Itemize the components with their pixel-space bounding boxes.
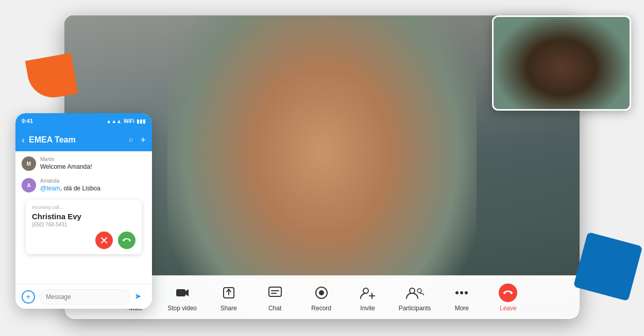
mobile-chat-panel: 9:41 ▲▲▲ WiFi ▮▮▮ ‹ EMEA Team ⌕ + M Mart… — [15, 113, 152, 309]
wifi-icon: WiFi — [124, 118, 134, 124]
pip-video-container — [492, 15, 631, 111]
header-action-icons: ⌕ + — [129, 135, 146, 146]
svg-point-19 — [504, 292, 506, 294]
sender-name-martin: Martin — [40, 156, 92, 162]
caller-number: (650) 768-5431 — [32, 222, 135, 227]
leave-button[interactable]: Leave — [493, 284, 523, 312]
incoming-call-label: Incoming call... — [32, 205, 135, 210]
blue-decoration — [573, 232, 643, 302]
record-label: Record — [311, 305, 331, 312]
message-text-amanda: @team, olá de Lisboa — [40, 185, 100, 192]
share-button[interactable]: Share — [213, 284, 244, 312]
status-time: 9:41 — [22, 118, 33, 124]
status-icons: ▲▲▲ WiFi ▮▮▮ — [106, 118, 146, 124]
send-message-button[interactable]: ➤ — [134, 291, 146, 303]
participants-label: Participants — [399, 305, 431, 312]
record-button[interactable]: Record — [306, 284, 337, 312]
search-icon[interactable]: ⌕ — [129, 135, 133, 146]
share-icon — [219, 284, 238, 302]
chat-label: Chat — [268, 305, 281, 312]
message-input[interactable] — [39, 289, 130, 305]
add-icon[interactable]: + — [140, 135, 146, 146]
stop-video-button[interactable]: Stop video — [167, 284, 198, 312]
svg-point-14 — [410, 288, 415, 293]
add-attachment-button[interactable]: + — [22, 290, 35, 304]
svg-rect-6 — [269, 287, 281, 296]
invite-button[interactable]: Invite — [352, 284, 383, 312]
svg-point-20 — [511, 292, 513, 294]
pip-person-figure — [494, 17, 630, 109]
svg-point-15 — [417, 289, 421, 293]
accept-call-button[interactable] — [118, 232, 135, 249]
svg-point-11 — [363, 288, 368, 293]
camera-icon — [173, 284, 192, 302]
main-participant-figure — [167, 15, 477, 319]
participants-icon — [405, 284, 424, 302]
message-input-area: + ➤ — [15, 284, 152, 309]
call-action-buttons — [32, 232, 135, 249]
sender-name-amanda: Amanda — [40, 178, 100, 184]
svg-point-24 — [129, 240, 130, 241]
decline-call-button[interactable] — [95, 232, 113, 249]
avatar-amanda: A — [22, 178, 36, 192]
message-text-martin: Welcome Amanda! — [40, 163, 92, 170]
chat-icon — [266, 284, 284, 302]
caller-name: Christina Evy — [32, 212, 135, 221]
incoming-call-card: Incoming call... Christina Evy (650) 768… — [26, 200, 142, 254]
mobile-status-bar: 9:41 ▲▲▲ WiFi ▮▮▮ — [15, 113, 152, 129]
svg-point-17 — [460, 291, 463, 294]
more-button[interactable]: More — [446, 284, 477, 312]
back-button[interactable]: ‹ — [22, 135, 25, 146]
invite-label: Invite — [360, 305, 375, 312]
messages-area: M Martin Welcome Amanda! A Amanda @team,… — [15, 151, 152, 259]
svg-point-18 — [465, 291, 468, 294]
svg-point-16 — [455, 291, 459, 294]
share-label: Share — [221, 305, 237, 312]
message-content-amanda: Amanda @team, olá de Lisboa — [40, 178, 100, 192]
leave-icon — [499, 284, 517, 302]
message-row-amanda: A Amanda @team, olá de Lisboa — [22, 178, 146, 192]
battery-icon: ▮▮▮ — [137, 118, 146, 124]
participants-button[interactable]: Participants — [399, 284, 431, 312]
leave-label: Leave — [500, 305, 517, 312]
more-label: More — [455, 305, 469, 312]
svg-point-10 — [319, 290, 324, 295]
message-row-martin: M Martin Welcome Amanda! — [22, 156, 146, 171]
invite-icon — [359, 284, 377, 302]
svg-point-23 — [123, 240, 125, 241]
record-icon — [312, 284, 331, 302]
more-icon — [452, 284, 471, 302]
signal-icon: ▲▲▲ — [106, 118, 122, 124]
stop-video-label: Stop video — [167, 305, 197, 312]
chat-button[interactable]: Chat — [260, 284, 291, 312]
mention-tag: @team — [40, 185, 60, 192]
avatar-martin: M — [22, 156, 36, 171]
chat-header: ‹ EMEA Team ⌕ + — [15, 129, 152, 151]
chat-title: EMEA Team — [29, 135, 125, 145]
message-content-martin: Martin Welcome Amanda! — [40, 156, 92, 170]
svg-rect-3 — [176, 289, 185, 296]
orange-decoration — [25, 53, 78, 101]
